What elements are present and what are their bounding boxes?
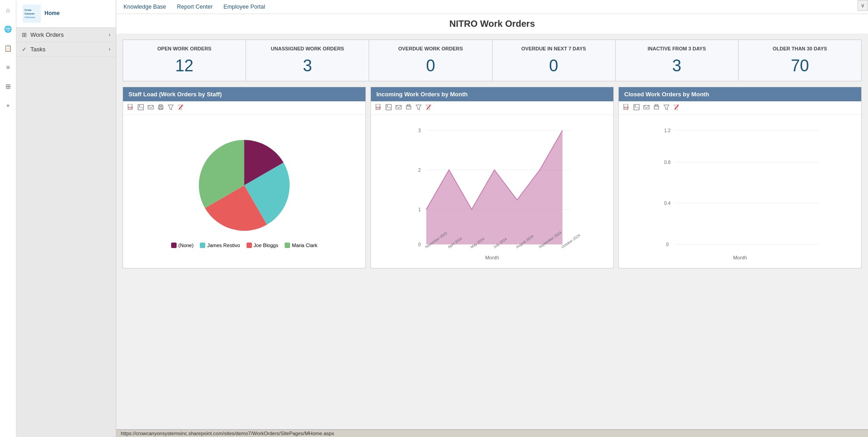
svg-text:Crow: Crow [25,9,31,11]
legend-label-none: (None) [178,243,194,248]
sidebar-item-work-orders-label: Work Orders [30,31,64,38]
left-icon-bar: ⌂ 🌐 📋 ≡ ⊞ + [0,0,16,437]
closed-toolbar-pdf[interactable]: PDF [623,104,630,112]
toolbar-image-icon[interactable] [138,104,144,112]
chart-staff-load-toolbar: PDF [123,101,365,115]
svg-marker-12 [168,105,173,110]
legend-label-joe: Joe Bloggs [254,243,278,248]
incoming-toolbar-email[interactable] [395,104,402,112]
chart-closed-header: Closed Work Orders by Month [619,87,861,101]
stat-inactive-label: INACTIVE FROM 3 DAYS [620,45,734,52]
closed-x-axis-label: Month [733,253,747,262]
toolbar-print-icon[interactable] [158,104,164,112]
svg-text:PDF: PDF [624,106,629,109]
dashboard: OPEN WORK ORDERS 12 UNASSIGNED WORK ORDE… [116,34,868,429]
incoming-toolbar-print[interactable] [405,104,412,112]
incoming-toolbar-image[interactable] [385,104,392,112]
incoming-x-axis-label: Month [485,253,499,262]
corner-dropdown-btn[interactable]: ∨ [858,0,868,11]
chart-incoming-toolbar: PDF [371,101,613,115]
stat-overdue-label: OVERDUE WORK ORDERS [374,45,487,52]
chart-closed-toolbar: PDF [619,101,861,115]
legend-dot-james [200,243,205,248]
closed-toolbar-clear-filter[interactable] [673,104,680,112]
document-icon[interactable]: 📋 [3,43,14,54]
logo-area: Crow Canyon Software Home [16,0,116,28]
crow-canyon-logo: Crow Canyon Software [23,5,41,23]
toolbar-clear-filter-icon[interactable] [178,104,184,112]
legend-label-maria: Maria Clark [292,243,317,248]
stat-open-value: 12 [128,56,241,75]
legend-none: (None) [171,243,194,248]
svg-line-49 [675,105,678,109]
chart-closed: Closed Work Orders by Month PDF [618,87,862,268]
toolbar-pdf-icon[interactable]: PDF [128,104,134,112]
svg-rect-17 [386,104,391,110]
svg-text:PDF: PDF [376,106,381,109]
legend-dot-joe [247,243,252,248]
svg-rect-6 [138,104,143,110]
stat-older-30-days[interactable]: OLDER THAN 30 DAYS 70 [739,40,861,81]
list-icon[interactable]: ≡ [3,62,14,73]
stat-inactive-3-days[interactable]: INACTIVE FROM 3 DAYS 3 [616,40,739,81]
grid-icon[interactable]: ⊞ [3,81,14,92]
legend-dot-none [171,243,177,248]
svg-text:3: 3 [418,128,421,133]
logo-home-label[interactable]: Home [44,10,59,17]
chart-closed-body: 1.2 0.8 0.4 0 Month [619,115,861,268]
svg-line-24 [427,105,430,109]
toolbar-email-icon[interactable] [148,104,154,112]
incoming-toolbar-pdf[interactable]: PDF [375,104,382,112]
sidebar-item-work-orders[interactable]: ⊞ Work Orders › [16,28,116,42]
chevron-right-icon: › [109,32,110,37]
stat-older-label: OLDER THAN 30 DAYS [743,45,857,52]
closed-toolbar-filter[interactable] [663,104,670,112]
stat-overdue-next-days[interactable]: OVERDUE IN NEXT 7 DAYS 0 [493,40,616,81]
pie-chart-svg [194,135,294,235]
globe-icon[interactable]: 🌐 [3,24,14,35]
stat-open-label: OPEN WORK ORDERS [128,45,241,52]
status-bar: https://crowcanyonsystemsinc.sharepoint.… [116,429,868,437]
pie-legend: (None) James Restivo Joe Bloggs [171,243,317,248]
closed-toolbar-print[interactable] [653,104,660,112]
stat-unassigned-work-orders[interactable]: UNASSIGNED WORK ORDERS 3 [246,40,369,81]
sidebar-item-tasks-label: Tasks [30,46,45,53]
closed-toolbar-email[interactable] [643,104,650,112]
charts-row: Staff Load (Work Orders by Staff) PDF [123,87,862,268]
top-nav: Knowledge Base Report Center Employee Po… [116,0,868,14]
svg-text:Canyon: Canyon [25,12,35,15]
stat-overdue-value: 0 [374,56,487,75]
nav-link-employee-portal[interactable]: Employee Portal [223,4,265,10]
tasks-icon: ✓ [22,46,27,53]
toolbar-filter-icon[interactable] [168,104,174,112]
plus-icon[interactable]: + [3,100,14,111]
incoming-toolbar-filter[interactable] [415,104,422,112]
chart-staff-load-body: (None) James Restivo Joe Bloggs [123,115,365,268]
svg-rect-42 [634,104,639,110]
stat-inactive-value: 3 [620,56,734,75]
nav-link-knowledge-base[interactable]: Knowledge Base [123,4,166,10]
chart-staff-load: Staff Load (Work Orders by Staff) PDF [123,87,366,268]
legend-joe: Joe Bloggs [247,243,278,248]
sidebar-item-tasks[interactable]: ✓ Tasks › [16,42,116,57]
svg-point-18 [387,105,388,107]
stat-overdue-work-orders[interactable]: OVERDUE WORK ORDERS 0 [369,40,492,81]
stat-overdue-next-value: 0 [497,56,611,75]
svg-text:1: 1 [418,207,421,212]
stat-open-work-orders[interactable]: OPEN WORK ORDERS 12 [123,40,246,81]
home-icon[interactable]: ⌂ [3,5,14,15]
stat-unassigned-label: UNASSIGNED WORK ORDERS [251,45,364,52]
svg-text:1.2: 1.2 [664,128,671,133]
chart-incoming: Incoming Work Orders by Month PDF [370,87,614,268]
incoming-toolbar-clear-filter[interactable] [425,104,432,112]
nav-sidebar: Crow Canyon Software Home ⊞ Work Orders … [16,0,116,437]
nav-link-report-center[interactable]: Report Center [177,4,213,10]
legend-maria: Maria Clark [285,243,317,248]
svg-text:2: 2 [418,168,421,173]
svg-text:October 2024: October 2024 [561,233,581,249]
svg-line-14 [179,105,182,109]
stat-older-value: 70 [743,56,857,75]
svg-text:0.8: 0.8 [664,160,671,165]
closed-toolbar-image[interactable] [633,104,640,112]
svg-marker-22 [416,105,421,110]
